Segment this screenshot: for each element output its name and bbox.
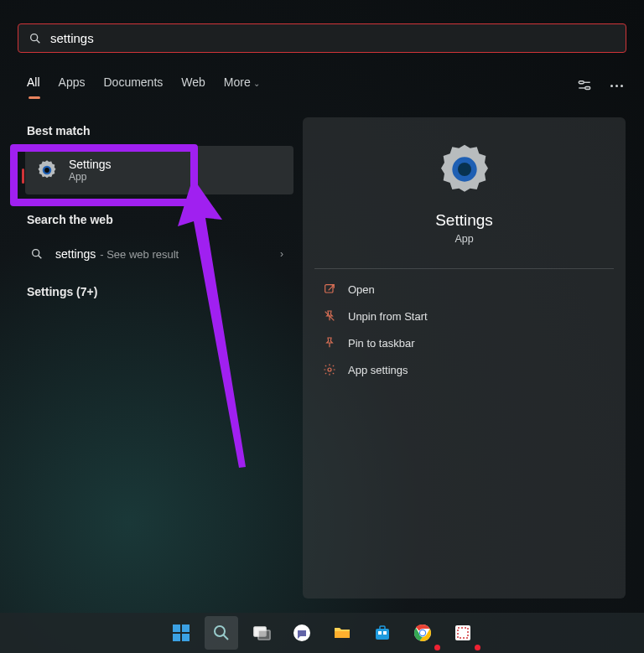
svg-rect-17 [182,624,190,632]
chrome-icon [413,623,433,643]
action-pin-label: Pin to taskbar [348,337,415,350]
preview-title: Settings [314,211,614,230]
folder-icon [332,623,352,643]
search-input[interactable] [50,31,615,45]
tab-apps[interactable]: Apps [59,75,86,96]
best-match-heading: Best match [27,124,293,137]
svg-rect-26 [376,629,389,640]
filter-icon[interactable] [577,78,592,93]
scope-tabs: All Apps Documents Web More⌄ [27,75,624,96]
settings-group-heading: Settings (7+) [27,285,293,298]
notification-badge [475,645,480,650]
search-web-heading: Search the web [27,213,293,226]
tab-more[interactable]: More⌄ [224,75,260,96]
action-unpin-label: Unpin from Start [348,310,428,323]
search-icon [29,32,42,45]
snip-icon [453,623,473,643]
divider [314,268,614,269]
windows-logo-icon [171,623,191,643]
action-open[interactable]: Open [314,276,614,303]
action-app-settings[interactable]: App settings [314,356,614,383]
svg-rect-29 [383,631,387,635]
taskbar-search-button[interactable] [205,616,238,650]
taskbar [0,613,644,653]
taskbar-store[interactable] [366,616,399,650]
taskbar-task-view[interactable] [245,616,278,650]
search-icon [30,247,44,261]
tab-all[interactable]: All [27,75,40,96]
gear-icon [323,363,336,376]
chat-icon [292,623,312,643]
svg-line-21 [224,635,229,640]
web-result-suffix: - See web result [100,248,179,261]
svg-point-8 [33,250,39,257]
pin-icon [323,336,336,350]
taskbar-chat[interactable] [285,616,319,650]
svg-rect-2 [579,81,584,84]
svg-rect-25 [335,631,350,638]
svg-rect-27 [380,626,385,630]
preview-subtitle: App [314,233,614,245]
action-open-label: Open [348,283,375,296]
action-unpin-start[interactable]: Unpin from Start [314,303,614,329]
annotation-selection-bar [22,168,24,184]
svg-line-9 [39,256,42,259]
action-appsettings-label: App settings [348,364,408,376]
svg-point-20 [215,626,225,636]
tab-web[interactable]: Web [181,75,205,96]
svg-rect-3 [585,87,590,90]
search-icon [211,623,231,643]
open-icon [323,282,336,296]
svg-rect-28 [378,631,382,635]
unpin-icon [323,309,336,323]
svg-rect-16 [173,624,180,632]
task-view-icon [252,623,272,643]
search-bar[interactable] [18,23,626,53]
notification-badge [434,645,440,650]
more-options-icon[interactable] [609,78,624,93]
svg-point-7 [44,168,49,173]
results-column: Best match Settings App Search the web s… [17,117,293,307]
preview-panel: Settings App Open Unpin from Start Pin t… [303,117,626,599]
svg-point-15 [328,368,331,371]
best-match-subtitle: App [69,171,112,183]
web-result-term: settings [55,247,96,261]
svg-rect-13 [325,285,333,293]
gear-icon [35,158,59,182]
chevron-right-icon: › [280,248,283,260]
tab-documents[interactable]: Documents [103,75,163,96]
web-result-item[interactable]: settings - See web result › [17,235,293,273]
taskbar-start-button[interactable] [164,616,198,650]
taskbar-file-explorer[interactable] [325,616,359,650]
svg-rect-18 [173,634,180,641]
svg-point-32 [420,630,425,635]
gear-icon [438,143,491,196]
best-match-item-settings[interactable]: Settings App [25,146,293,194]
svg-rect-19 [182,634,190,641]
store-icon [372,623,392,643]
taskbar-snipping-tool[interactable] [446,616,480,650]
chevron-down-icon: ⌄ [253,79,260,88]
taskbar-chrome[interactable] [406,616,439,650]
svg-point-0 [31,34,38,40]
svg-line-1 [37,39,40,43]
action-pin-taskbar[interactable]: Pin to taskbar [314,329,614,356]
svg-rect-23 [258,630,270,640]
svg-point-12 [458,163,471,176]
best-match-title: Settings [69,158,112,171]
